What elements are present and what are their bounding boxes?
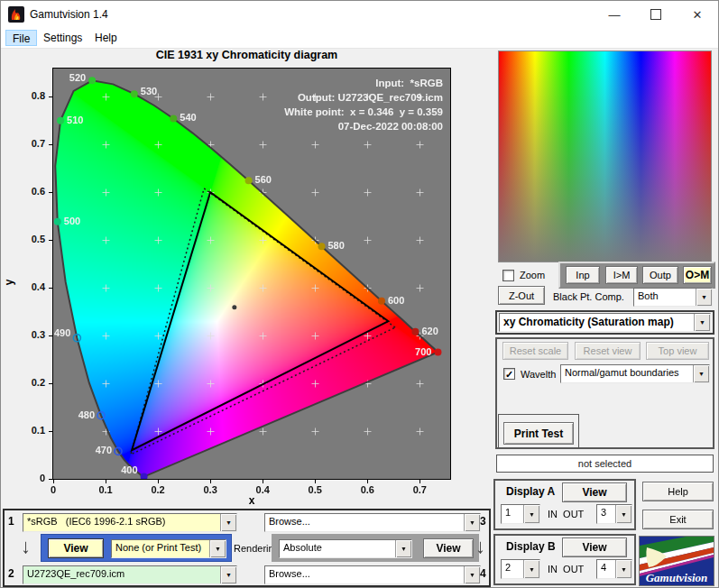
inp-button[interactable]: Inp	[566, 266, 600, 284]
window-title: Gamutvision 1.4	[30, 8, 108, 21]
chevron-down-icon[interactable]: ▼	[694, 314, 710, 331]
plot-annotations: Input: *sRGBOutput: U2723QE_rec709.icmWh…	[55, 76, 443, 133]
flow-down-arrow-right: ↓	[475, 537, 485, 556]
display-b-in-combo[interactable]: 2 ▼	[501, 559, 540, 579]
menu-file[interactable]: File	[5, 30, 37, 46]
input-browse-combo[interactable]: Browse... ▼	[264, 513, 481, 532]
chevron-down-icon[interactable]: ▼	[615, 505, 631, 523]
i-to-m-button[interactable]: I>M	[605, 266, 638, 284]
status-bar: not selected	[496, 455, 714, 473]
display-b-out-combo[interactable]: 4 ▼	[596, 559, 632, 579]
display-a-view-button[interactable]: View	[562, 482, 627, 502]
chevron-down-icon[interactable]: ▼	[696, 289, 712, 306]
title-bar: Gamutvision 1.4 — ✕	[1, 1, 718, 28]
logo-text: Gamutvision	[646, 571, 708, 584]
menu-help[interactable]: Help	[88, 30, 124, 46]
black-pt-comp-combo[interactable]: Both ▼	[633, 288, 713, 307]
chevron-down-icon[interactable]: ▼	[523, 560, 539, 578]
maximize-button[interactable]	[635, 1, 677, 28]
display-b-view-button[interactable]: View	[562, 537, 627, 557]
menu-settings[interactable]: Settings	[37, 30, 88, 46]
display-a-out-combo[interactable]: 3 ▼	[596, 504, 632, 524]
chevron-down-icon[interactable]: ▼	[523, 505, 539, 523]
black-pt-comp-label: Black Pt. Comp.	[553, 291, 624, 302]
transfer-combo[interactable]: None (or Print Test) ▼	[111, 539, 226, 558]
gamutvision-logo: Gamutvision	[639, 536, 714, 586]
input-profile-combo[interactable]: *sRGB (IEC6 1996-2.1 sRGB) ▼	[23, 513, 237, 532]
minimize-button[interactable]: —	[594, 1, 635, 28]
chevron-down-icon[interactable]: ▼	[395, 540, 411, 557]
chevron-down-icon[interactable]: ▼	[615, 560, 631, 578]
view-output-button[interactable]: View	[423, 538, 474, 558]
app-window: Gamutvision 1.4 — ✕ File Settings Help C…	[0, 0, 719, 588]
slot-1-number: 1	[8, 515, 14, 528]
y-axis-label: y	[3, 280, 15, 286]
outp-button[interactable]: Outp	[642, 266, 678, 284]
rendering-intent-combo[interactable]: Absolute ▼	[279, 539, 412, 558]
hue-saturation-map	[498, 51, 712, 262]
display-b-title: Display B	[506, 540, 556, 553]
wavelth-label: Wavelth	[521, 369, 556, 380]
display-a-in-combo[interactable]: 1 ▼	[501, 504, 540, 524]
maximize-icon	[650, 9, 661, 20]
slot-4-number: 4	[480, 567, 486, 580]
reset-scale-button[interactable]: Reset scale	[502, 342, 568, 360]
top-view-button[interactable]: Top view	[646, 342, 709, 360]
wavelength-display-combo[interactable]: Normal/gamut boundaries ▼	[560, 364, 710, 383]
display-a-title: Display A	[506, 485, 555, 498]
chevron-down-icon[interactable]: ▼	[209, 540, 226, 557]
profile-selection-panel: 1 *sRGB (IEC6 1996-2.1 sRGB) ▼ Browse...…	[3, 509, 491, 587]
slot-3-number: 3	[480, 515, 486, 528]
chevron-down-icon[interactable]: ▼	[464, 514, 480, 531]
display-a-inout-label: IN OUT	[548, 509, 584, 519]
menu-bar: File Settings Help	[1, 28, 718, 49]
flow-down-arrow-left: ↓	[21, 537, 31, 556]
output-profile-combo[interactable]: U2723QE_rec709.icm ▼	[23, 565, 237, 584]
print-test-button[interactable]: Print Test	[503, 422, 574, 445]
view-mode-combo[interactable]: xy Chromaticity (Saturation map) ▼	[499, 313, 711, 332]
chevron-down-icon[interactable]: ▼	[693, 365, 709, 382]
chevron-down-icon[interactable]: ▼	[464, 566, 480, 583]
reset-view-button[interactable]: Reset view	[575, 342, 641, 360]
app-icon	[8, 6, 24, 23]
slot-2-number: 2	[8, 567, 14, 580]
logo-graphic: Gamutvision	[640, 537, 714, 585]
wavelth-checkbox[interactable]: ✓	[503, 368, 515, 380]
display-b-inout-label: IN OUT	[548, 564, 584, 574]
chart-title: CIE 1931 xy Chromaticity diagram	[1, 49, 493, 61]
help-button[interactable]: Help	[642, 482, 714, 501]
zoom-checkbox[interactable]	[502, 270, 514, 281]
z-out-button[interactable]: Z-Out	[498, 286, 545, 305]
chevron-down-icon[interactable]: ▼	[220, 566, 236, 583]
zoom-checkbox-label: Zoom	[520, 270, 545, 280]
view-input-button[interactable]: View	[48, 538, 104, 558]
chart-panel: CIE 1931 xy Chromaticity diagram Input: …	[1, 48, 493, 509]
chevron-down-icon[interactable]: ▼	[220, 514, 236, 531]
exit-button[interactable]: Exit	[642, 510, 714, 529]
close-button[interactable]: ✕	[677, 1, 718, 28]
x-axis-label: x	[53, 494, 450, 507]
output-browse-combo[interactable]: Browse... ▼	[264, 565, 481, 584]
o-to-m-button[interactable]: O>M	[683, 266, 712, 284]
